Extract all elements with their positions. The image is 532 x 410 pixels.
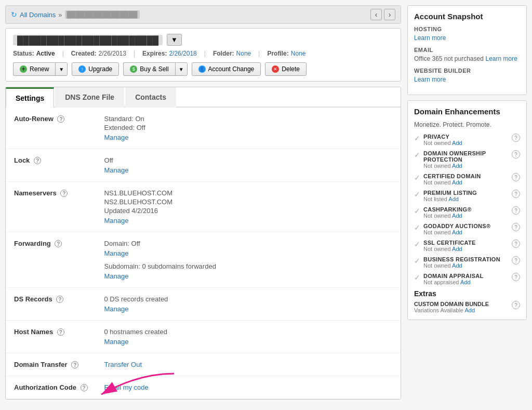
current-domain-label: ████████████████ bbox=[65, 10, 140, 19]
extras-title: Extras bbox=[414, 289, 520, 298]
account-change-button[interactable]: 👤 Account Change bbox=[192, 62, 261, 76]
upgrade-button[interactable]: ↑ Upgrade bbox=[72, 62, 119, 76]
renew-button[interactable]: + Renew bbox=[13, 62, 55, 76]
ds-records-manage-link[interactable]: Manage bbox=[104, 305, 392, 313]
delete-button[interactable]: ✕ Delete bbox=[265, 62, 307, 76]
auto-renew-info-icon[interactable]: ? bbox=[57, 115, 64, 123]
auth-code-info-icon[interactable]: ? bbox=[81, 384, 88, 391]
breadcrumb-bar: ↻ All Domains » ████████████████ ‹ › bbox=[5, 5, 401, 24]
folder-link[interactable]: None bbox=[236, 50, 251, 57]
check-icon: ✓ bbox=[414, 207, 420, 215]
enhancement-status: Not owned Add bbox=[423, 179, 509, 186]
enhancement-add-link[interactable]: Add bbox=[460, 279, 471, 285]
enhancement-add-link[interactable]: Add bbox=[452, 262, 462, 269]
enhancement-name: DOMAIN OWNERSHIP PROTECTION bbox=[423, 150, 509, 163]
subdomain-forwarding-manage-link[interactable]: Manage bbox=[104, 272, 392, 280]
enhancement-add-link[interactable]: Add bbox=[452, 229, 462, 235]
extras-info-icon[interactable]: ? bbox=[512, 301, 520, 309]
enhancement-info-icon[interactable]: ? bbox=[512, 240, 520, 248]
enhancement-item: ✓ SSL CERTIFICATE Not owned Add ? bbox=[414, 240, 520, 252]
transfer-out-link[interactable]: Transfer Out bbox=[104, 361, 142, 368]
tab-contacts[interactable]: Contacts bbox=[125, 87, 176, 108]
enhancement-add-link[interactable]: Add bbox=[448, 196, 459, 202]
website-builder-label: WEBSITE BUILDER bbox=[414, 68, 520, 74]
renew-dropdown[interactable]: ▼ bbox=[55, 62, 68, 76]
hosting-learn-link[interactable]: Learn more bbox=[414, 34, 446, 42]
website-builder-learn-link[interactable]: Learn more bbox=[414, 76, 446, 83]
domain-enhancements-subtitle: Monetize. Protect. Promote. bbox=[414, 121, 520, 128]
extras-list: CUSTOM DOMAIN BUNDLE Variations Availabl… bbox=[414, 301, 520, 313]
nav-next-button[interactable]: › bbox=[384, 9, 395, 20]
all-domains-link[interactable]: All Domains bbox=[20, 11, 56, 19]
forwarding-label: Forwarding bbox=[14, 240, 51, 247]
enhancement-status: Not owned Add bbox=[423, 246, 509, 252]
enhancement-item: ✓ PRIVACY Not owned Add ? bbox=[414, 134, 520, 146]
table-row: Nameservers ? NS1.BLUEHOST.COM NS2.BLUEH… bbox=[6, 182, 401, 232]
auto-renew-manage-link[interactable]: Manage bbox=[104, 134, 392, 141]
nameservers-info-icon[interactable]: ? bbox=[60, 190, 68, 197]
enhancement-add-link[interactable]: Add bbox=[452, 246, 462, 252]
host-names-value: 0 hostnames created bbox=[104, 328, 392, 336]
email-section: EMAIL Office 365 not purchased Learn mor… bbox=[414, 47, 520, 62]
buysell-button[interactable]: $ Buy & Sell bbox=[123, 62, 175, 76]
host-names-info-icon[interactable]: ? bbox=[57, 328, 64, 336]
status-value: Active bbox=[36, 50, 55, 57]
check-icon: ✓ bbox=[414, 134, 420, 142]
nameservers-manage-link[interactable]: Manage bbox=[104, 217, 392, 224]
enhancement-info-icon[interactable]: ? bbox=[512, 173, 520, 181]
enhancement-info-icon[interactable]: ? bbox=[512, 256, 520, 264]
action-bar: + Renew ▼ ↑ Upgrade $ Buy & Sell ▼ bbox=[13, 62, 393, 76]
enhancement-add-link[interactable]: Add bbox=[452, 163, 462, 169]
enhancement-info-icon[interactable]: ? bbox=[512, 223, 520, 231]
lock-manage-link[interactable]: Manage bbox=[104, 166, 392, 174]
renew-label: Renew bbox=[30, 65, 49, 73]
enhancement-name: PREMIUM LISTING bbox=[423, 190, 509, 196]
enhancement-add-link[interactable]: Add bbox=[452, 213, 462, 219]
enhancement-info-icon[interactable]: ? bbox=[512, 190, 520, 198]
buysell-dropdown[interactable]: ▼ bbox=[175, 62, 188, 76]
extras-name: CUSTOM DOMAIN BUNDLE bbox=[414, 301, 509, 307]
forwarding-info-icon[interactable]: ? bbox=[55, 240, 62, 247]
domain-transfer-info-icon[interactable]: ? bbox=[71, 361, 78, 368]
enhancement-status: Not listed Add bbox=[423, 196, 509, 202]
email-learn-link[interactable]: Learn more bbox=[486, 55, 517, 62]
check-icon: ✓ bbox=[414, 223, 420, 232]
lock-label: Lock bbox=[14, 156, 30, 164]
lock-info-icon[interactable]: ? bbox=[34, 157, 41, 164]
ns-updated: Updated 4/2/2016 bbox=[104, 207, 392, 215]
nav-prev-button[interactable]: ‹ bbox=[370, 9, 382, 20]
enhancement-add-link[interactable]: Add bbox=[452, 140, 462, 146]
extras-add-link[interactable]: Add bbox=[464, 307, 475, 313]
check-icon: ✓ bbox=[414, 240, 420, 248]
tab-settings[interactable]: Settings bbox=[6, 87, 54, 108]
forwarding-manage-link[interactable]: Manage bbox=[104, 249, 392, 257]
host-names-label: Host Names bbox=[14, 328, 53, 336]
enhancement-info-icon[interactable]: ? bbox=[512, 150, 520, 158]
enhancement-info-icon[interactable]: ? bbox=[512, 273, 520, 281]
right-sidebar: Account Snapshot HOSTING Learn more EMAI… bbox=[407, 5, 527, 400]
enhancement-info: GODADDY AUCTIONS® Not owned Add bbox=[423, 223, 509, 235]
email-my-code-link[interactable]: Email my code bbox=[104, 383, 149, 391]
expires-link[interactable]: 2/26/2018 bbox=[169, 50, 196, 57]
enhancement-item: ✓ DOMAIN OWNERSHIP PROTECTION Not owned … bbox=[414, 150, 520, 169]
auth-code-label: Authorization Code bbox=[14, 383, 76, 391]
ds-records-info-icon[interactable]: ? bbox=[56, 296, 63, 303]
enhancement-item: ✓ CERTIFIED DOMAIN Not owned Add ? bbox=[414, 173, 520, 186]
enhancement-status: Not appraised Add bbox=[423, 279, 509, 285]
account-icon: 👤 bbox=[198, 65, 206, 73]
domain-dropdown-button[interactable]: ▼ bbox=[167, 34, 182, 46]
ns2-value: NS2.BLUEHOST.COM bbox=[104, 198, 392, 206]
enhancement-info-icon[interactable]: ? bbox=[512, 206, 520, 215]
status-label: Status: bbox=[13, 50, 34, 57]
enhancement-info-icon[interactable]: ? bbox=[512, 134, 520, 142]
account-change-label: Account Change bbox=[208, 65, 255, 73]
profile-label: Profile: bbox=[267, 50, 288, 57]
enhancement-add-link[interactable]: Add bbox=[452, 179, 462, 186]
enhancement-info: SSL CERTIFICATE Not owned Add bbox=[423, 240, 509, 252]
tab-content-settings: Auto-Renew ? Standard: On Extended: Off … bbox=[6, 108, 401, 399]
nameservers-label: Nameservers bbox=[14, 189, 57, 197]
enhancement-name: BUSINESS REGISTRATION bbox=[423, 256, 509, 262]
tab-dns-zone-file[interactable]: DNS Zone File bbox=[55, 87, 124, 108]
profile-link[interactable]: None bbox=[291, 50, 306, 57]
host-names-manage-link[interactable]: Manage bbox=[104, 338, 392, 346]
